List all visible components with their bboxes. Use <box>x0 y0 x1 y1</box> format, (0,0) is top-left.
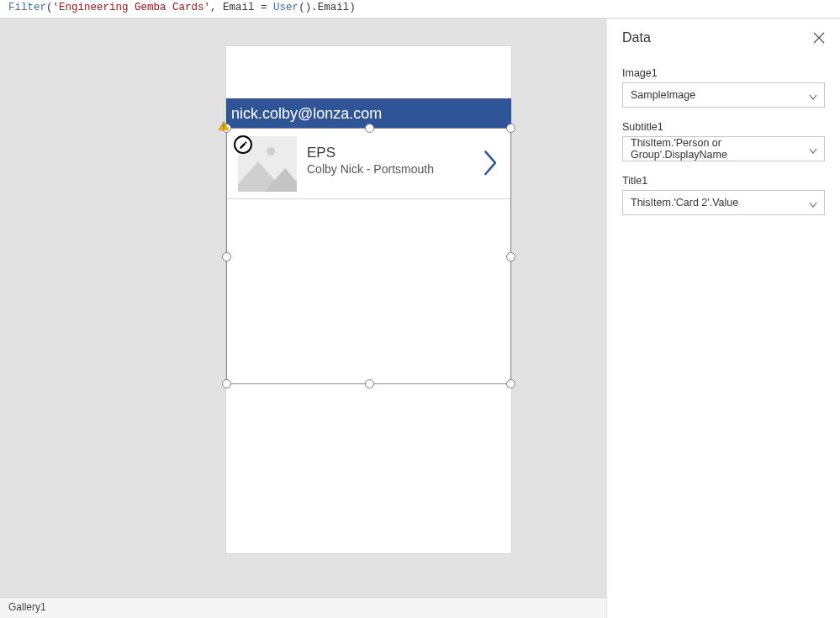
resize-handle[interactable] <box>506 379 515 388</box>
resize-handle[interactable] <box>506 124 515 133</box>
gallery-item[interactable]: EPS Colby Nick - Portsmouth <box>227 129 510 199</box>
formula-fn: Filter <box>8 2 46 13</box>
dropdown-value: SampleImage <box>631 89 695 101</box>
svg-rect-1 <box>223 128 224 129</box>
header-email-text: nick.colby@lonza.com <box>231 105 382 122</box>
image1-dropdown[interactable]: SampleImage <box>622 82 825 108</box>
field-subtitle1: Subtitle1 ThisItem.'Person or Group'.Dis… <box>622 121 825 161</box>
chevron-down-icon <box>809 92 817 98</box>
item-subtitle: Colby Nick - Portsmouth <box>307 162 434 176</box>
data-panel: Data Image1 SampleImage Subtitle1 ThisIt… <box>606 18 840 618</box>
resize-handle[interactable] <box>222 379 231 388</box>
subtitle1-dropdown[interactable]: ThisItem.'Person or Group'.DisplayName <box>622 136 825 161</box>
svg-rect-0 <box>223 124 224 128</box>
field-title1: Title1 ThisItem.'Card 2'.Value <box>622 175 825 215</box>
resize-handle[interactable] <box>365 379 374 388</box>
field-label: Subtitle1 <box>622 121 825 133</box>
dropdown-value: ThisItem.'Person or Group'.DisplayName <box>631 137 800 161</box>
screen-preview: nick.colby@lonza.com EPS Colby Nick - Po… <box>226 46 511 553</box>
title1-dropdown[interactable]: ThisItem.'Card 2'.Value <box>622 190 825 215</box>
item-title: EPS <box>307 145 335 161</box>
selected-control-name: Gallery1 <box>8 601 46 613</box>
dropdown-value: ThisItem.'Card 2'.Value <box>631 197 738 209</box>
formula-bar[interactable]: Filter('Engineering Gemba Cards', Email … <box>0 0 840 18</box>
panel-title: Data <box>622 30 651 45</box>
gallery-selection[interactable]: EPS Colby Nick - Portsmouth <box>226 128 511 384</box>
resize-handle[interactable] <box>506 252 515 261</box>
chevron-down-icon <box>809 145 817 152</box>
chevron-down-icon <box>809 199 817 206</box>
close-icon[interactable] <box>813 32 825 44</box>
field-label: Image1 <box>622 67 825 79</box>
formula-arg1: 'Engineering Gemba Cards' <box>53 2 211 13</box>
resize-handle[interactable] <box>365 124 374 133</box>
status-bar: Gallery1 <box>0 597 606 618</box>
chevron-right-icon[interactable] <box>483 149 499 176</box>
field-label: Title1 <box>622 175 825 187</box>
edit-template-button[interactable] <box>234 135 252 154</box>
field-image1: Image1 SampleImage <box>622 67 825 108</box>
warning-icon[interactable] <box>218 120 230 132</box>
resize-handle[interactable] <box>222 252 231 261</box>
